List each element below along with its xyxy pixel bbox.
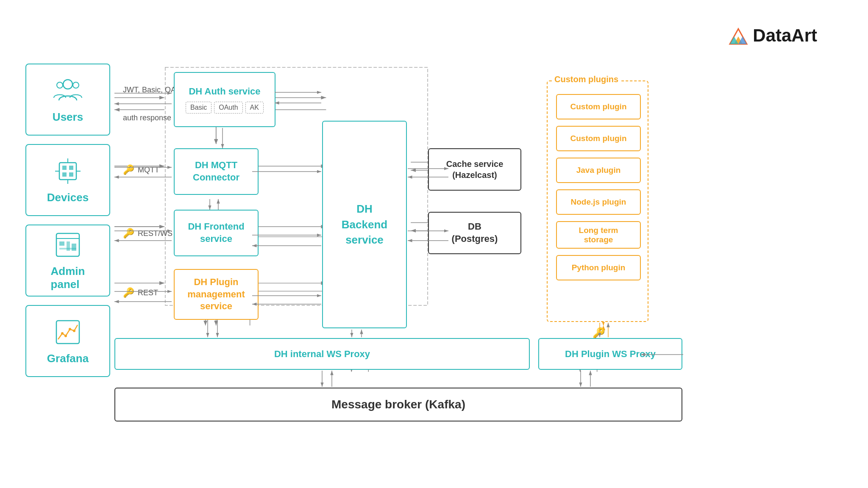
mqtt-service-title: DH MQTTConnector (193, 159, 239, 183)
plugin-mgmt-service-box: DH Pluginmanagementservice (174, 269, 259, 320)
frontend-service-title: DH Frontendservice (188, 221, 244, 245)
plugin-box-1: Custom plugin (556, 94, 641, 119)
devices-label: Devices (47, 191, 89, 204)
ws-proxy-internal-box: DH internal WS Proxy (114, 338, 530, 370)
grafana-icon (53, 317, 83, 347)
plugin-key-icon: 🔑 (593, 327, 605, 339)
db-service-box: DB(Postgres) (428, 212, 521, 254)
rest-label: 🔑 REST (123, 287, 158, 298)
plugin-box-2: Custom plugin (556, 126, 641, 151)
svg-rect-7 (59, 163, 76, 180)
custom-plugins-title: Custom plugins (552, 75, 621, 84)
plugin-box-nodejs: Node.js plugin (556, 189, 641, 215)
ws-proxy-internal-label: DH internal WS Proxy (274, 349, 370, 360)
admin-icon (53, 230, 83, 260)
svg-rect-10 (62, 172, 67, 177)
logo: DataArt (728, 25, 817, 46)
auth-service-box: DH Auth service Basic OAuth AK (174, 72, 275, 127)
svg-point-25 (69, 328, 71, 330)
rest-ws-label: 🔑 REST/WS (123, 228, 172, 239)
svg-point-26 (73, 330, 75, 332)
devices-icon (53, 156, 83, 186)
ws-proxy-plugin-box: DH Plugin WS Proxy (538, 338, 682, 370)
mqtt-service-box: DH MQTTConnector (174, 148, 259, 195)
auth-service-title: DH Auth service (189, 86, 260, 98)
db-service-title: DB(Postgres) (452, 221, 498, 245)
auth-badges: Basic OAuth AK (186, 102, 264, 114)
actor-grafana: Grafana (25, 305, 110, 377)
plugin-box-storage: Long termstorage (556, 221, 641, 249)
plugin-box-java: Java plugin (556, 158, 641, 183)
actor-devices: Devices (25, 144, 110, 216)
cache-service-title: Cache service(Hazelcast) (446, 158, 504, 180)
auth-badge-oauth: OAuth (214, 102, 242, 114)
svg-rect-9 (69, 166, 73, 170)
actors-panel: Users Devices Adminpanel (25, 64, 110, 377)
message-broker-box: Message broker (Kafka) (114, 388, 682, 421)
backend-service-box: DHBackendservice (322, 121, 407, 328)
svg-point-6 (73, 82, 79, 88)
admin-label: Adminpanel (51, 265, 85, 291)
auth-response-label: auth response (123, 114, 171, 122)
svg-rect-20 (67, 241, 70, 251)
backend-service-title: DHBackendservice (342, 201, 387, 247)
svg-rect-11 (69, 172, 73, 177)
actor-admin: Adminpanel (25, 225, 110, 297)
svg-point-4 (63, 80, 72, 89)
svg-rect-18 (59, 241, 64, 246)
frontend-service-box: DH Frontendservice (174, 210, 259, 256)
auth-badge-basic: Basic (186, 102, 211, 114)
logo-text: DataArt (753, 25, 817, 46)
plugin-mgmt-service-title: DH Pluginmanagementservice (187, 276, 245, 313)
svg-point-24 (64, 335, 67, 337)
mqtt-label: 🔑 MQTT (123, 164, 159, 175)
dataart-logo-icon (728, 25, 748, 46)
ws-proxy-plugin-label: DH Plugin WS Proxy (565, 349, 656, 360)
users-label: Users (53, 111, 83, 124)
diagram-container: JWT, Basic, OAuth, AK auth request auth … (114, 59, 843, 463)
svg-point-5 (57, 82, 63, 88)
cache-service-box: Cache service(Hazelcast) (428, 148, 521, 191)
grafana-label: Grafana (47, 352, 89, 365)
actor-users: Users (25, 64, 110, 136)
svg-rect-21 (72, 244, 76, 251)
users-icon (53, 76, 83, 105)
auth-badge-ak: AK (245, 102, 264, 114)
custom-plugins-container: Custom plugins Custom plugin Custom plug… (547, 80, 648, 322)
svg-rect-8 (62, 166, 67, 170)
svg-point-23 (61, 332, 64, 335)
message-broker-label: Message broker (Kafka) (331, 398, 465, 411)
plugin-box-python: Python plugin (556, 255, 641, 280)
